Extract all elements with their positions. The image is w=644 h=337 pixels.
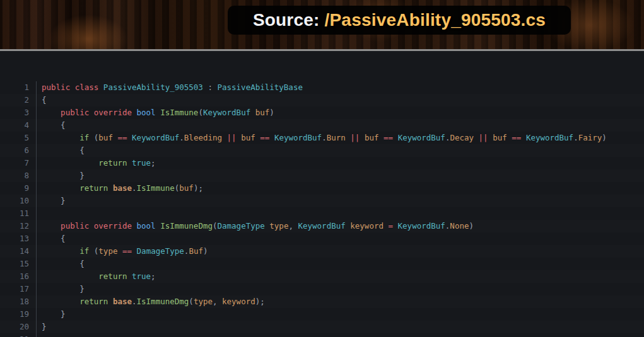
- code-line: 6 {: [0, 144, 644, 157]
- line-number: 6: [0, 144, 37, 157]
- line-number: 13: [0, 232, 37, 245]
- code-line: 13 {: [0, 232, 644, 245]
- code-line-text: [37, 207, 42, 220]
- line-number: 3: [0, 106, 37, 119]
- code-line: 20}: [0, 321, 644, 333]
- code-line: 19 }: [0, 308, 644, 321]
- code-line: 11: [0, 207, 644, 220]
- screen: { "header": { "label_prefix": "Source: "…: [0, 0, 644, 337]
- code-line-text: {: [37, 119, 66, 132]
- line-number: 10: [0, 195, 37, 207]
- code-line-text: return true;: [37, 270, 156, 283]
- code-line: 8 }: [0, 169, 644, 182]
- line-number: 19: [0, 308, 37, 321]
- code-line: 16 return true;: [0, 270, 644, 283]
- line-number: 9: [0, 182, 37, 195]
- line-number: 1: [0, 81, 37, 94]
- line-number: 15: [0, 258, 37, 270]
- code-line-text: }: [37, 283, 85, 295]
- code-line: 10 }: [0, 195, 644, 207]
- code-line-text: public override bool IsImmune(KeywordBuf…: [37, 106, 274, 119]
- line-number: 14: [0, 245, 37, 258]
- line-number: 16: [0, 270, 37, 283]
- code-lines: 1public class PassiveAbility_905503 : Pa…: [0, 81, 644, 337]
- line-number: 5: [0, 132, 37, 144]
- code-line-text: if (type == DamageType.Buf): [37, 245, 208, 258]
- code-line-text: return true;: [37, 157, 156, 169]
- code-line: 5 if (buf == KeywordBuf.Bleeding || buf …: [0, 132, 644, 144]
- code-line-text: return base.IsImmune(buf);: [37, 182, 203, 195]
- code-line-text: public class PassiveAbility_905503 : Pas…: [37, 81, 303, 94]
- code-line: 18 return base.IsImmuneDmg(type, keyword…: [0, 295, 644, 308]
- line-number: 21: [0, 333, 37, 337]
- line-number: 2: [0, 94, 37, 106]
- code-line: 15 {: [0, 258, 644, 270]
- code-line: 2{: [0, 94, 644, 106]
- code-line-text: {: [37, 94, 47, 106]
- code-line-text: }: [37, 308, 66, 321]
- code-line: 9 return base.IsImmune(buf);: [0, 182, 644, 195]
- code-line: 12 public override bool IsImmuneDmg(Dama…: [0, 220, 644, 232]
- code-line-text: {: [37, 258, 85, 270]
- line-number: 17: [0, 283, 37, 295]
- line-number: 20: [0, 321, 37, 333]
- code-line: 14 if (type == DamageType.Buf): [0, 245, 644, 258]
- line-number: 8: [0, 169, 37, 182]
- source-title: Source: /PassiveAbility_905503.cs: [228, 6, 571, 35]
- line-number: 12: [0, 220, 37, 232]
- code-line-text: [37, 333, 42, 337]
- line-number: 7: [0, 157, 37, 169]
- code-line-text: }: [37, 195, 66, 207]
- code-line: 4 {: [0, 119, 644, 132]
- code-line-text: }: [37, 169, 85, 182]
- code-line-text: }: [37, 321, 47, 333]
- code-line-text: public override bool IsImmuneDmg(DamageT…: [37, 220, 474, 232]
- code-line: 1public class PassiveAbility_905503 : Pa…: [0, 81, 644, 94]
- code-line: 3 public override bool IsImmune(KeywordB…: [0, 106, 644, 119]
- code-line-text: return base.IsImmuneDmg(type, keyword);: [37, 295, 265, 308]
- source-label: Source:: [253, 10, 325, 30]
- code-line: 21: [0, 333, 644, 337]
- source-file-path: /PassiveAbility_905503.cs: [325, 10, 546, 30]
- code-line: 17 }: [0, 283, 644, 295]
- line-number: 11: [0, 207, 37, 220]
- code-viewer: 1public class PassiveAbility_905503 : Pa…: [0, 49, 644, 337]
- code-line-text: {: [37, 232, 66, 245]
- code-line: 7 return true;: [0, 157, 644, 169]
- code-line-text: if (buf == KeywordBuf.Bleeding || buf ==…: [37, 132, 607, 144]
- line-number: 18: [0, 295, 37, 308]
- line-number: 4: [0, 119, 37, 132]
- code-line-text: {: [37, 144, 85, 157]
